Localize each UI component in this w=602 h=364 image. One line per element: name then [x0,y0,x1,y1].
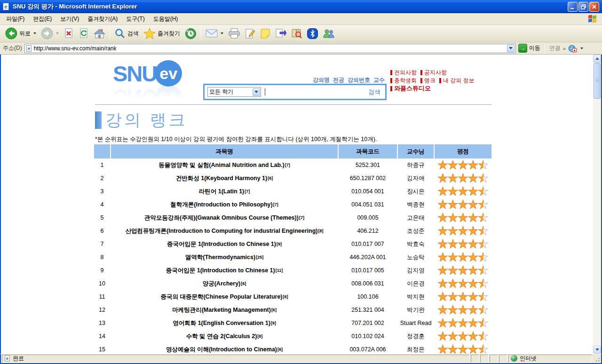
nav-link[interactable]: 내 강의 정보 [439,77,475,85]
close-icon [592,4,597,9]
site-nav: 건의사항공지사항총학생회랭크내 강의 정보와플스튜디오 [390,69,478,93]
course-name-cell[interactable]: 영상예술의 이해(Introduction to Cinema)[6] [111,346,338,354]
print-button[interactable] [226,27,243,40]
minimize-button[interactable] [568,2,578,12]
stop-button[interactable] [61,27,76,40]
browser-window: e SNU 강의 평가 - Microsoft Internet Explore… [0,0,602,364]
restore-button[interactable] [578,2,588,12]
menu-item[interactable]: 도구(T) [122,14,149,24]
addon-dropdown-icon[interactable] [580,47,583,49]
course-name-link[interactable]: 마케팅관리(Marketing Management) [172,306,271,314]
favorites-button[interactable]: 즐겨찾기 [141,27,182,40]
course-name-link[interactable]: 관악모둠강좌(주제)(Gwanak Omnibus Course (Themes… [144,214,299,222]
course-name-cell[interactable]: 중국어입문 1(Introduction to Chinese 1)[11] [111,267,338,275]
search-category-link[interactable]: 강의번호 [348,77,370,83]
professor-cell: 박지현 [398,293,434,301]
links-chevron-icon[interactable]: » [563,46,565,51]
course-name-link[interactable]: 중국어입문 1(Introduction to Chinese 1) [166,267,275,275]
nav-link[interactable]: 와플스튜디오 [390,84,431,93]
title-bar[interactable]: e SNU 강의 평가 - Microsoft Internet Explore… [0,0,602,13]
vertical-scrollbar[interactable] [593,55,601,354]
course-name-link[interactable]: 영상예술의 이해(Introduction to Cinema) [166,346,277,354]
nav-link[interactable]: 총학생회 [390,77,417,85]
back-dropdown-icon[interactable] [33,32,36,34]
course-name-link[interactable]: 동물영양학 및 실험(Animal Nutrition and Lab.) [158,161,284,169]
close-button[interactable] [589,2,599,12]
forward-icon [41,27,53,40]
course-name-cell[interactable]: 동물영양학 및 실험(Animal Nutrition and Lab.)[7] [111,161,338,169]
course-name-cell[interactable]: 양궁(Archery)[6] [111,280,338,288]
address-dropdown-button[interactable] [507,45,515,52]
course-name-cell[interactable]: 중국어입문 1(Introduction to Chinese 1)[9] [111,240,338,248]
course-name-link[interactable]: 철학개론(Introduction to Philosophy) [170,201,272,209]
scroll-up-button[interactable] [593,55,601,63]
semester-select[interactable]: 모든 학기 [207,87,261,97]
forward-dropdown-icon[interactable] [56,32,59,34]
nav-link[interactable]: 건의사항 [390,69,417,77]
go-button[interactable]: → 이동 [518,44,540,53]
mail-dropdown-icon[interactable] [221,32,223,34]
msn-people-button[interactable] [320,27,337,40]
course-name-link[interactable]: 영어회화 1(English Conversation 1) [173,319,270,327]
site-logo[interactable]: SNU ev [113,60,182,87]
rating-cell: ★★★★★★★★★★ [435,238,491,250]
rating-stars: ★★★★★★★★★★ [438,291,489,302]
course-code-cell: 008.006 031 [339,280,397,287]
research-button[interactable] [289,27,305,40]
scroll-down-button[interactable] [593,346,601,354]
menu-item[interactable]: 즐겨찾기(A) [83,14,122,24]
bluetooth-button[interactable] [305,27,320,40]
course-name-link[interactable]: 수학 및 연습 2(Calculus 2) [186,332,257,340]
menu-item[interactable]: 편집(E) [29,14,56,24]
nav-link-label: 공지사항 [424,69,447,77]
notes-button[interactable] [258,27,273,40]
mail-button[interactable] [203,28,226,39]
course-name-link[interactable]: 라틴어 1(Latin 1) [199,188,245,196]
menu-item[interactable]: 보기(V) [56,14,83,24]
search-button[interactable]: 검색 [112,27,141,40]
address-input[interactable]: e http://www.snu-ev.com/main/rank [24,44,516,53]
course-name-link[interactable]: 건반화성 1(Keyboard Harmony 1) [176,174,267,182]
search-category-link[interactable]: 교수 [373,77,385,83]
course-name-link[interactable]: 중국어입문 1(Introduction to Chinese 1) [167,240,276,248]
course-name-cell[interactable]: 수학 및 연습 2(Calculus 2)[8] [111,332,338,340]
back-button[interactable]: 뒤로 [3,26,39,40]
course-name-cell[interactable]: 철학개론(Introduction to Philosophy)[7] [111,201,338,209]
addon-icon[interactable] [568,44,577,53]
rank-cell: 10 [94,280,110,287]
course-code-cell: 650.1287 002 [339,175,397,182]
course-name-cell[interactable]: 관악모둠강좌(주제)(Gwanak Omnibus Course (Themes… [111,214,338,222]
professor-cell: 정경훈 [398,332,434,340]
course-name-cell[interactable]: 마케팅관리(Marketing Management)[6] [111,306,338,314]
scrollbar-thumb[interactable] [594,63,601,99]
course-name-cell[interactable]: 건반화성 1(Keyboard Harmony 1)[6] [111,174,338,182]
course-name-cell[interactable]: 영어회화 1(English Conversation 1)[9] [111,319,338,327]
forward-button[interactable] [39,26,61,40]
search-submit-button[interactable]: 검색 [368,88,382,96]
search-category-link[interactable]: 전공 [333,77,344,83]
course-name-link[interactable]: 양궁(Archery) [203,280,241,288]
edit-button[interactable] [243,27,258,40]
nav-link[interactable]: 공지사항 [420,69,447,77]
nav-link[interactable]: 랭크 [420,77,436,85]
search-category-link[interactable]: 강의명 [313,77,330,83]
course-name-cell[interactable]: 라틴어 1(Latin 1)[7] [111,188,338,196]
course-name-cell[interactable]: 열역학(Thermodynamics)[25] [111,253,338,261]
course-code-cell: 707.201 002 [339,320,397,326]
refresh-button[interactable] [76,27,91,40]
course-name-cell[interactable]: 중국의 대중문학(Chinese Popular Literature)[6] [111,293,338,301]
links-label[interactable]: 연결 [549,44,561,52]
home-button[interactable] [91,27,108,40]
address-url[interactable]: http://www.snu-ev.com/main/rank [34,45,505,52]
menu-item[interactable]: 파일(F) [2,14,29,24]
menu-item[interactable]: 도움말(H) [149,14,182,24]
course-name-link[interactable]: 열역학(Thermodynamics) [185,253,255,261]
rank-cell: 6 [94,228,110,234]
course-name-link[interactable]: 산업컴퓨팅개론(Introduction to Computing for in… [126,227,318,235]
text-cursor [265,88,265,95]
messenger-button[interactable] [273,27,289,40]
history-button[interactable] [182,27,199,40]
course-name-link[interactable]: 중국의 대중문학(Chinese Popular Literature) [160,293,282,301]
course-name-cell[interactable]: 산업컴퓨팅개론(Introduction to Computing for in… [111,227,338,235]
resize-grip[interactable] [593,355,600,362]
